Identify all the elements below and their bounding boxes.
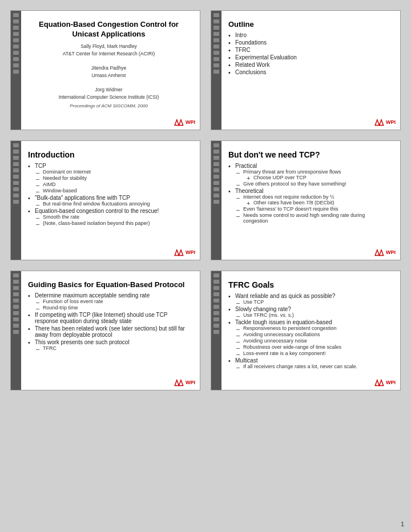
film-hole: [213, 311, 219, 315]
list-item: Round-trip time: [35, 305, 190, 311]
film-hole: [213, 286, 219, 290]
list-item: (Note, class-based isolation beyond this…: [35, 220, 190, 226]
film-hole: [213, 168, 219, 172]
list-item: This work presents one such protocol TFR…: [28, 339, 190, 351]
film-hole: [13, 38, 19, 42]
list-item: Window-based: [35, 188, 190, 194]
list-item: Internet does not require reduction by ½…: [235, 194, 390, 205]
list-item: Needed for stability: [35, 175, 190, 181]
sub-list: Function of loss event rate Round-trip t…: [35, 299, 190, 311]
sub-list: If all receivers change rates a lot, nev…: [235, 364, 390, 369]
film-hole: [213, 273, 219, 277]
film-hole: [13, 292, 19, 296]
sub-list: Responsiveness to persistent congestion …: [235, 325, 390, 356]
list-item: Smooth the rate: [35, 214, 190, 220]
film-hole: [13, 311, 19, 315]
list-item: "Bulk-data" applications fine with TCP B…: [28, 195, 190, 207]
list-item: Responsiveness to persistent congestion: [235, 325, 390, 331]
film-hole: [13, 162, 19, 166]
list-item: If competing with TCP (like Internet) sh…: [28, 312, 190, 324]
wpi-logo-4: WPI: [374, 248, 396, 256]
film-hole: [213, 19, 219, 23]
film-hole: [213, 299, 219, 303]
list-item: Dominant on Internet: [35, 169, 190, 175]
film-hole: [213, 13, 219, 17]
list-item: TFRC: [35, 345, 190, 351]
film-hole: [13, 51, 19, 55]
film-hole: [13, 324, 19, 328]
list-item: Equation-based congestion control to the…: [28, 208, 190, 226]
list-item: Loss-event rate is a key component!: [235, 350, 390, 356]
film-hole: [13, 317, 19, 321]
film-strip-1: [11, 11, 21, 130]
film-hole: [213, 156, 219, 160]
slide-3-content: Introduction TCP Dominant on Internet Ne…: [23, 147, 194, 231]
list-item: There has been related work (see later s…: [28, 325, 190, 338]
slide-2: Outline Intro Foundations TFRC Experimen…: [211, 10, 401, 130]
page-number: 1: [401, 521, 404, 527]
film-hole: [213, 63, 219, 67]
list-item: Tackle tough issues in equation-based Re…: [228, 319, 390, 356]
film-hole: [213, 150, 219, 154]
list-item: If all receivers change rates a lot, nev…: [235, 364, 390, 369]
film-hole: [13, 26, 19, 30]
film-strip-3: [11, 141, 21, 260]
film-hole: [213, 292, 219, 296]
film-hole: [213, 194, 219, 198]
page: Equation-Based Congestion Control for Un…: [0, 0, 411, 401]
sub-list: Use TCP: [235, 299, 390, 305]
list-item: Conclusions: [228, 69, 390, 75]
film-hole: [13, 175, 19, 179]
list-item: Other rates have been 7/8 (DECbit): [243, 200, 390, 205]
wpi-icon: [174, 118, 184, 126]
film-hole: [13, 57, 19, 61]
film-hole: [213, 330, 219, 334]
film-hole: [213, 57, 219, 61]
film-hole: [213, 181, 219, 185]
film-hole: [13, 187, 19, 191]
sub-list: Smooth the rate (Note, class-based isola…: [35, 214, 190, 226]
slide-6-title: TFRC Goals: [228, 280, 390, 289]
list-item: Practical Primary threat are from unresp…: [228, 163, 390, 187]
wpi-logo-5: WPI: [174, 378, 195, 386]
list-item: Give others protocol so they have someth…: [235, 181, 390, 187]
film-hole: [213, 26, 219, 30]
svg-marker-2: [175, 250, 183, 256]
list-item: Use TCP: [235, 299, 390, 305]
list-item: Intro: [228, 32, 390, 38]
slide-4-content: But don't we need TCP? Practical Primary…: [224, 147, 394, 228]
film-hole: [213, 45, 219, 49]
sub-sub-list: Choose UDP over TCP: [243, 175, 390, 180]
wpi-icon: [174, 248, 184, 256]
slide-2-title: Outline: [228, 20, 390, 29]
film-hole: [213, 51, 219, 55]
list-item: Robustness over wide-range of time scale…: [235, 344, 390, 350]
film-hole: [13, 45, 19, 49]
slide-1-proceedings: Proceedings of ACM SIGCOMM, 2000: [28, 103, 190, 108]
film-hole: [213, 175, 219, 179]
film-hole: [213, 280, 219, 284]
film-hole: [13, 168, 19, 172]
wpi-icon: [374, 248, 385, 256]
film-hole: [13, 200, 19, 204]
wpi-icon: [374, 118, 385, 126]
slide-6-content: TFRC Goals Want reliable and as quick as…: [224, 277, 394, 374]
film-hole: [13, 143, 19, 147]
slide-3-title: Introduction: [28, 150, 190, 159]
film-hole: [13, 32, 19, 36]
film-hole: [13, 70, 19, 74]
slide-1-content: Equation-Based Congestion Control for Un…: [23, 17, 194, 112]
list-item: But real-time find window fluctuations a…: [35, 201, 190, 207]
slide-1-title: Equation-Based Congestion Control for Un…: [28, 20, 190, 39]
film-strip-2: [211, 11, 221, 130]
svg-marker-5: [375, 380, 383, 386]
film-hole: [13, 299, 19, 303]
film-hole: [13, 273, 19, 277]
slide-3: Introduction TCP Dominant on Internet Ne…: [10, 140, 200, 260]
list-item: Function of loss event rate: [35, 299, 190, 304]
film-hole: [13, 150, 19, 154]
slide-6: TFRC Goals Want reliable and as quick as…: [211, 271, 401, 390]
wpi-logo-2: WPI: [374, 118, 396, 126]
film-hole: [213, 143, 219, 147]
slide-1-authors: Sally Floyd, Mark Handley AT&T Center fo…: [28, 43, 190, 101]
